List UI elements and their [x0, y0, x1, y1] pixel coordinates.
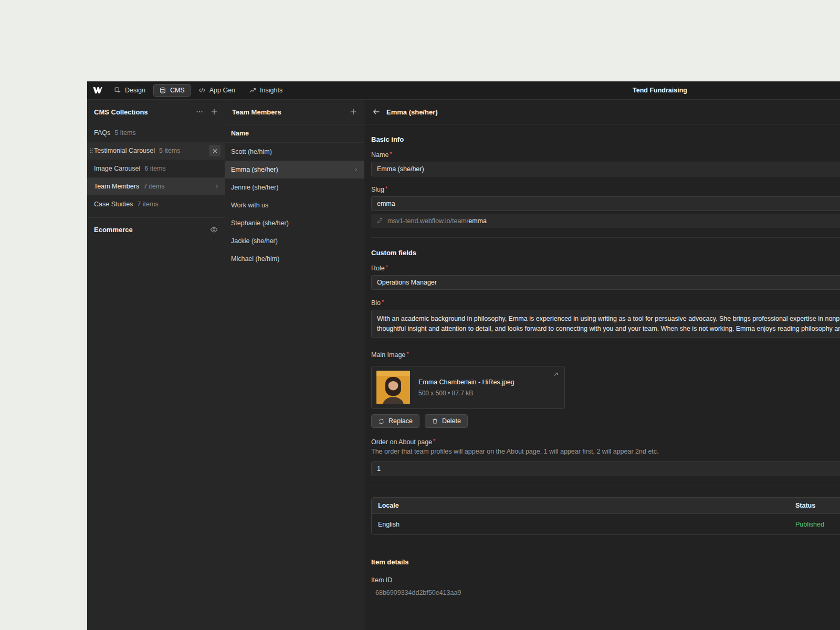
role-field: Role: [371, 265, 840, 290]
slug-url-suffix: emma: [468, 217, 487, 225]
main-row: CMS Collections FAQs 5 items: [87, 100, 840, 630]
tab-app-gen[interactable]: App Gen: [193, 84, 241, 97]
back-button[interactable]: [371, 107, 382, 117]
image-meta: 500 x 500 • 87.7 kB: [418, 390, 514, 397]
team-member-name: Work with us: [231, 202, 268, 209]
items-panel-title: Team Members: [232, 108, 281, 116]
locale-column-header: Locale: [372, 502, 789, 509]
order-field: Order on About page The order that team …: [371, 438, 840, 476]
replace-icon: [378, 418, 385, 425]
bio-field: Bio With an academic background in philo…: [371, 299, 840, 338]
team-member-name: Jackie (she/her): [231, 237, 278, 245]
team-member-name: Scott (he/him): [231, 148, 272, 155]
locale-row-english[interactable]: English Published: [372, 514, 840, 534]
order-input[interactable]: [371, 461, 840, 476]
name-label: Name: [371, 151, 392, 159]
code-icon: [198, 87, 206, 94]
role-input[interactable]: [371, 275, 840, 290]
name-field: Name: [371, 151, 840, 176]
bio-label: Bio: [371, 299, 384, 307]
tab-cms[interactable]: CMS: [153, 84, 191, 97]
tab-insights[interactable]: Insights: [243, 84, 288, 97]
image-filename: Emma Chamberlain - HiRes.jpeg: [418, 379, 514, 386]
main-image-card[interactable]: Emma Chamberlain - HiRes.jpeg 500 x 500 …: [371, 366, 565, 409]
team-member-photo: [376, 371, 410, 404]
topbar: Design CMS App Gen Insights Ten: [87, 81, 840, 100]
team-member-name: Stephanie (she/her): [231, 219, 289, 227]
item-details-heading: Item details: [371, 558, 840, 566]
add-collection-icon[interactable]: [211, 108, 218, 116]
basic-info-heading: Basic info: [371, 135, 840, 143]
chevron-right-icon: [353, 167, 359, 172]
cms-icon: [159, 87, 166, 94]
topbar-tabs: Design CMS App Gen Insights: [108, 84, 288, 97]
collection-settings-button[interactable]: [209, 145, 220, 156]
more-options-icon[interactable]: [196, 108, 203, 116]
tab-design-label: Design: [125, 87, 145, 94]
replace-image-button[interactable]: Replace: [371, 414, 419, 428]
tab-design[interactable]: Design: [108, 84, 151, 97]
ecommerce-section[interactable]: Ecommerce: [87, 218, 225, 241]
team-member-row-jennie[interactable]: Jennie (she/her): [225, 178, 364, 196]
collection-count: 7 items: [137, 201, 158, 208]
team-member-row-emma[interactable]: Emma (she/her): [225, 161, 364, 178]
link-icon: [376, 217, 383, 224]
collection-row-image-carousel[interactable]: Image Carousel 6 items: [87, 160, 225, 177]
collection-name: Testimonial Carousel: [94, 147, 155, 154]
name-input[interactable]: [371, 162, 840, 176]
section-divider: [371, 237, 840, 238]
collection-count: 5 items: [159, 147, 180, 154]
editor-header: Emma (she/her): [364, 100, 840, 124]
site-title: Tend Fundraising: [633, 87, 687, 94]
slug-url-preview: msv1-tend.webflow.io/team/emma: [371, 214, 840, 228]
collection-count: 6 items: [144, 165, 165, 172]
slug-field: Slug msv1-tend.webflow.io/team/emma: [371, 186, 840, 228]
team-member-row-scott[interactable]: Scott (he/him): [225, 143, 364, 161]
gear-icon: [212, 148, 218, 154]
bio-textarea[interactable]: With an academic background in philosoph…: [371, 310, 840, 338]
locale-value: English: [372, 521, 789, 528]
tab-cms-label: CMS: [170, 87, 185, 94]
team-member-list: Scott (he/him) Emma (she/her) Jennie (sh…: [225, 143, 364, 268]
back-arrow-icon: [372, 108, 381, 116]
image-actions: Replace Delete: [371, 414, 840, 428]
locale-table-header: Locale Status: [372, 498, 840, 514]
status-badge: Published: [789, 521, 840, 528]
collection-name: FAQs: [94, 129, 110, 136]
team-member-name: Michael (he/him): [231, 255, 279, 262]
collection-name: Case Studies: [94, 201, 133, 208]
collection-row-testimonial-carousel[interactable]: Testimonial Carousel 5 items: [87, 142, 225, 160]
collections-header: CMS Collections: [87, 100, 225, 124]
collection-items-panel: Team Members Name Scott (he/him) Emma (s…: [225, 100, 364, 630]
slug-input[interactable]: [371, 196, 840, 211]
collections-title: CMS Collections: [94, 108, 148, 116]
team-member-row-work-with-us[interactable]: Work with us: [225, 196, 364, 214]
tab-insights-label: Insights: [260, 87, 282, 94]
collection-row-faqs[interactable]: FAQs 5 items: [87, 124, 225, 142]
locale-table: Locale Status English Published: [371, 497, 840, 535]
item-title: Emma (she/her): [386, 108, 438, 116]
collection-count: 5 items: [114, 129, 135, 136]
delete-image-button[interactable]: Delete: [425, 414, 468, 428]
items-panel-header: Team Members: [225, 100, 364, 124]
trash-icon: [432, 418, 438, 425]
webflow-logo-icon[interactable]: [87, 87, 108, 93]
open-image-icon[interactable]: [553, 371, 559, 377]
team-member-name: Jennie (she/her): [231, 184, 278, 191]
custom-fields-heading: Custom fields: [371, 249, 840, 257]
add-item-icon[interactable]: [350, 108, 357, 116]
delete-label: Delete: [442, 417, 461, 425]
role-label: Role: [371, 265, 388, 272]
collection-count: 7 items: [143, 183, 164, 190]
drag-handle-icon[interactable]: [89, 148, 93, 154]
collection-row-team-members[interactable]: Team Members 7 items: [87, 177, 225, 195]
slug-label: Slug: [371, 186, 387, 193]
collection-row-case-studies[interactable]: Case Studies 7 items: [87, 195, 225, 213]
team-member-row-jackie[interactable]: Jackie (she/her): [225, 232, 364, 250]
collection-name: Team Members: [94, 183, 139, 190]
eye-icon[interactable]: [210, 226, 218, 234]
team-member-row-stephanie[interactable]: Stephanie (she/her): [225, 214, 364, 232]
insights-icon: [249, 87, 256, 94]
team-member-row-michael[interactable]: Michael (he/him): [225, 250, 364, 268]
main-image-label: Main Image: [371, 351, 409, 359]
